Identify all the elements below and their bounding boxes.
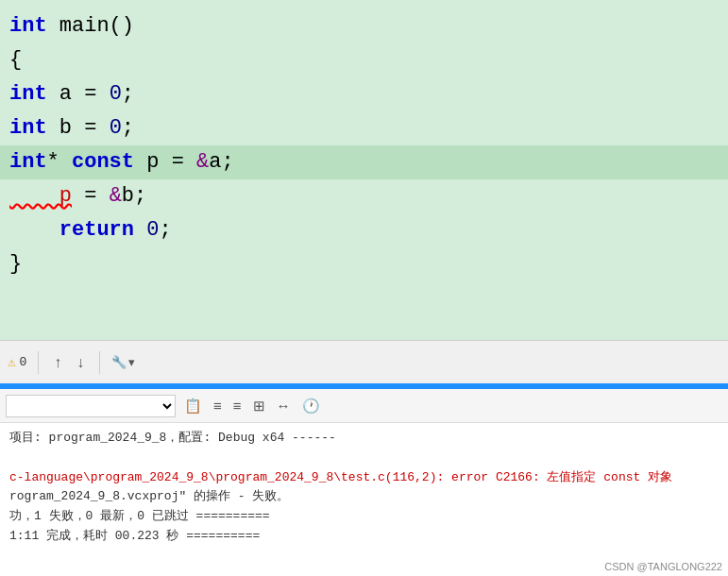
output-align-btn2[interactable]: ≡ [230,396,245,415]
output-clock-btn[interactable]: 🕐 [299,396,323,416]
warning-icon: ⚠ [8,354,15,370]
var-b-ref: b [122,179,134,213]
output-console: 项目: program_2024_9_8，配置: Debug x64 -----… [0,423,728,576]
console-line-4: rogram_2024_9_8.vcxproj" 的操作 - 失败。 [9,487,719,507]
space-2 [134,213,146,247]
assign-op: = [72,179,110,213]
warning-count: 0 [19,355,26,369]
sep-2 [99,351,100,374]
code-line-1: int main() [0,9,728,43]
code-line-7: return 0 ; [0,213,728,247]
console-line-2 [9,449,719,468]
var-a-decl: a = [47,77,110,111]
output-select[interactable] [6,395,176,417]
keyword-int-1: int [9,9,47,43]
num-0-ret: 0 [146,213,159,247]
keyword-int-3: int [9,111,47,145]
semi-4: ; [134,179,146,213]
filter-icon: 🔧 [111,355,127,369]
var-a-ref: a [209,145,221,179]
code-line-4: int b = 0 ; [0,111,728,145]
watermark: CSDN @TANGLONG222 [604,561,722,572]
output-align-left-btn[interactable]: ≡ [211,396,225,415]
func-main: main() [47,9,134,43]
console-line-5: 功，1 失败，0 最新，0 已跳过 ========== [9,507,719,527]
num-0-b: 0 [110,111,122,145]
addr-amp-1: & [196,145,209,179]
scroll-down-button[interactable]: ↓ [73,352,88,373]
console-line-3: c-language\program_2024_9_8\program_2024… [9,468,719,488]
semi-3: ; [221,145,233,179]
sep-1 [38,351,39,374]
code-line-5: int* const p = & a ; [0,145,728,179]
scroll-up-button[interactable]: ↑ [50,352,65,373]
semi-2: ; [122,111,134,145]
toolbar-area: ⚠ 0 ↑ ↓ 🔧 ▾ [0,340,728,383]
keyword-int-2: int [9,77,47,111]
output-toolbar: 📋 ≡ ≡ ⊞ ↔ 🕐 [0,389,728,423]
output-grid-btn[interactable]: ⊞ [250,396,268,416]
close-brace: } [9,247,22,281]
semi-1: ; [122,77,134,111]
output-copy-btn[interactable]: 📋 [181,396,205,416]
warning-section: ⚠ 0 [8,354,26,370]
code-line-2: { [0,43,728,77]
code-line-8: } [0,247,728,281]
num-0-a: 0 [110,77,122,111]
keyword-int-4: int [9,145,47,179]
space-1 [59,145,72,179]
semi-5: ; [159,213,171,247]
console-line-1: 项目: program_2024_9_8，配置: Debug x64 -----… [9,429,719,449]
console-line-6: 1:11 完成，耗时 00.223 秒 ========== [9,527,719,547]
code-line-3: int a = 0 ; [0,77,728,111]
code-editor: int main() { int a = 0 ; int b = 0 ; int… [0,0,728,340]
open-brace: { [9,43,22,77]
filter-chevron: ▾ [128,355,135,369]
code-line-6: p = & b ; [0,179,728,213]
var-b-decl: b = [47,111,110,145]
filter-button[interactable]: 🔧 ▾ [111,355,135,369]
var-p-decl: p = [134,145,196,179]
keyword-const: const [72,145,134,179]
keyword-return: return [9,213,134,247]
output-expand-btn[interactable]: ↔ [274,396,294,415]
watermark-text: CSDN @TANGLONG222 [604,561,722,572]
pointer-star: * [47,145,59,179]
var-p-assign: p [9,179,72,213]
addr-amp-2: & [110,179,122,213]
